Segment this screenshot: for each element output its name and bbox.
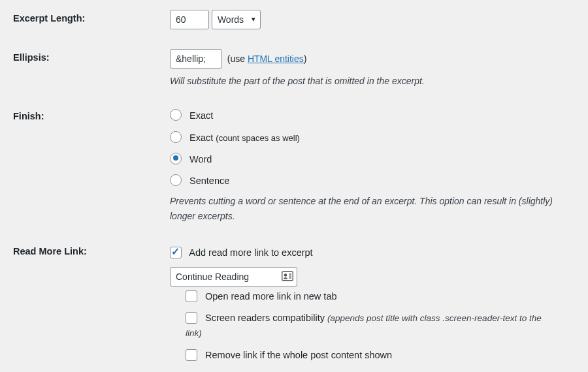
finish-label: Finish:	[0, 98, 163, 233]
remove-link-checkbox[interactable]	[186, 349, 197, 361]
read-more-text-input[interactable]	[170, 267, 297, 287]
screen-reader-checkbox[interactable]	[186, 312, 197, 324]
finish-option-exact-spaces: Exact	[189, 132, 213, 143]
ellipsis-description: Will substitute the part of the post tha…	[170, 74, 555, 88]
finish-radio-group: Exact Exact (count spaces as well) Word …	[170, 108, 575, 189]
open-new-tab-label: Open read more link in new tab	[205, 291, 337, 302]
html-entities-link[interactable]: HTML entities	[248, 54, 304, 64]
remove-link-label: Remove link if the whole post content sh…	[205, 350, 392, 360]
finish-radio-sentence[interactable]	[170, 174, 182, 186]
finish-option-exact: Exact	[189, 110, 213, 121]
finish-option-word: Word	[189, 154, 212, 164]
ellipsis-input[interactable]	[170, 49, 222, 69]
finish-radio-exact-spaces[interactable]	[170, 131, 182, 143]
open-new-tab-checkbox[interactable]	[186, 290, 197, 302]
ellipsis-hint: (use HTML entities)	[227, 54, 307, 64]
excerpt-length-unit-select[interactable]: Words	[212, 10, 261, 29]
finish-option-sentence: Sentence	[189, 176, 229, 186]
add-read-more-checkbox[interactable]	[170, 247, 182, 258]
svg-point-1	[284, 273, 287, 277]
finish-radio-exact[interactable]	[170, 109, 182, 121]
finish-option-exact-spaces-note: (count spaces as well)	[216, 133, 300, 143]
screen-reader-label: Screen readers compatibility	[205, 313, 327, 323]
finish-radio-word[interactable]	[170, 153, 182, 164]
excerpt-length-label: Excerpt Length:	[0, 0, 163, 39]
add-read-more-label: Add read more link to excerpt	[189, 247, 312, 258]
ellipsis-label: Ellipsis:	[0, 39, 163, 98]
address-card-icon	[282, 271, 293, 281]
finish-description: Prevents cutting a word or sentence at t…	[170, 194, 555, 223]
excerpt-length-input[interactable]	[170, 10, 209, 29]
read-more-label: Read More Link:	[0, 233, 163, 372]
